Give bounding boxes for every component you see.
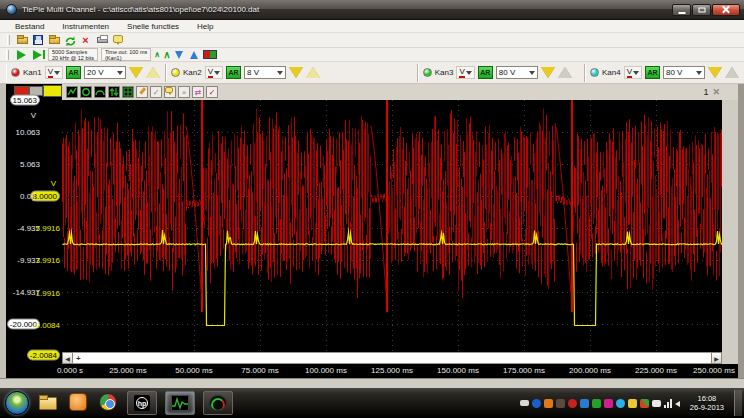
security-icon[interactable]: [556, 399, 565, 408]
sample-rate: 20 kHz @ 12 bits: [52, 55, 94, 61]
kan4-range-dropdown[interactable]: 80 V: [663, 66, 705, 79]
kan1-label: Kan1: [23, 68, 42, 77]
minimize-button[interactable]: [672, 4, 691, 16]
bluetooth-icon[interactable]: [532, 399, 541, 408]
kan1-autorange-button[interactable]: AR: [66, 66, 81, 79]
close-button[interactable]: [712, 4, 740, 16]
y-axis-tick[interactable]: ∫: [33, 192, 35, 201]
network-icon[interactable]: [664, 399, 672, 408]
language-flag-icon[interactable]: [652, 400, 661, 407]
app-icon: [6, 4, 17, 15]
print-icon[interactable]: [96, 34, 109, 46]
chrome-icon[interactable]: [99, 393, 119, 413]
menu-snelle-functies[interactable]: Snelle functies: [118, 22, 188, 31]
zoom-fit-icon[interactable]: [66, 86, 78, 98]
kan2-led[interactable]: [171, 68, 180, 77]
split-screen-icon[interactable]: [203, 50, 217, 59]
kan4-range-down-button[interactable]: [708, 67, 722, 78]
kan4-led[interactable]: [590, 68, 599, 77]
sync-icon[interactable]: [592, 399, 601, 408]
grid-icon[interactable]: [122, 86, 134, 98]
kan3-autorange-button[interactable]: AR: [478, 66, 493, 79]
kan2-range-down-button[interactable]: [289, 67, 303, 78]
tiepie-scope-app-tile[interactable]: [165, 391, 195, 415]
maximize-button[interactable]: [692, 4, 711, 16]
keyboard-icon[interactable]: [520, 400, 529, 406]
system-tray: [520, 399, 680, 408]
kan3-range-down-button[interactable]: [541, 67, 555, 78]
autoscale-icon[interactable]: [94, 86, 106, 98]
hp-app-tile[interactable]: hp: [127, 391, 157, 415]
soft-trigger-rising-icon[interactable]: ∧: [154, 50, 160, 60]
menu-bestand[interactable]: Bestand: [6, 22, 53, 31]
axis-range-bubble[interactable]: 15.063: [10, 95, 40, 106]
kan2-autorange-button[interactable]: AR: [226, 66, 241, 79]
menu-help[interactable]: Help: [188, 22, 222, 31]
waveform-canvas[interactable]: [62, 100, 722, 352]
kan3-measure-dropdown[interactable]: V: [456, 66, 474, 79]
oscilloscope-plot[interactable]: [62, 100, 722, 352]
x-axis-tick: 25.000 ms: [109, 366, 146, 375]
oneshot-measurement-button[interactable]: [31, 50, 45, 60]
y-axis-tick: 1.9916: [36, 288, 60, 297]
menu-instrumenten[interactable]: Instrumenten: [53, 22, 118, 31]
kan2-measure-dropdown[interactable]: V: [205, 66, 223, 79]
kan3-range-up-button[interactable]: [558, 67, 572, 78]
horizontal-scrollbar[interactable]: ◀ + ▶: [62, 352, 722, 364]
taskbar-clock[interactable]: 16:08 26-9-2013: [690, 394, 724, 412]
kan4-autorange-button[interactable]: AR: [645, 66, 660, 79]
undo-zoom-icon[interactable]: [80, 86, 92, 98]
kan3-range-dropdown[interactable]: 80 V: [496, 66, 538, 79]
pen-icon[interactable]: [136, 86, 148, 98]
kan1-range-down-button[interactable]: [129, 67, 143, 78]
move-up-icon[interactable]: [188, 49, 200, 61]
explorer-icon[interactable]: [39, 393, 59, 413]
windows-live-icon[interactable]: [640, 399, 649, 408]
kan1-measure-dropdown[interactable]: V: [45, 66, 63, 79]
chevron-down-icon: [54, 71, 60, 75]
comment-icon[interactable]: [112, 34, 125, 46]
open-file-icon[interactable]: [16, 34, 29, 46]
tmobile-icon[interactable]: [604, 399, 613, 408]
axis-range-bubble[interactable]: -2.0084: [27, 350, 60, 361]
scroll-right-button[interactable]: ▶: [711, 352, 722, 364]
save-icon[interactable]: [32, 34, 45, 46]
comment-bubble-icon[interactable]: [164, 86, 176, 98]
show-desktop-button[interactable]: [734, 390, 742, 416]
scroll-left-button[interactable]: ◀: [62, 352, 73, 364]
channel-group-kan4: Kan4 V AR 80 V: [584, 64, 744, 82]
chevron-down-icon: [466, 71, 472, 75]
kan1-led[interactable]: [11, 68, 20, 77]
diagnostic-app-tile[interactable]: [203, 391, 233, 415]
scale-up-down-icon[interactable]: [108, 86, 120, 98]
replace-icon[interactable]: ⇄: [192, 86, 204, 98]
graph-tab-number[interactable]: 1: [703, 87, 708, 97]
graph-close-icon[interactable]: ✕: [712, 87, 720, 97]
soft-trigger-falling-icon[interactable]: ∧: [163, 50, 170, 60]
refresh-icon[interactable]: [64, 34, 77, 46]
start-measurement-button[interactable]: [15, 50, 28, 60]
move-down-icon[interactable]: [173, 49, 185, 61]
apply-check-icon[interactable]: ✓: [206, 86, 218, 98]
checkbox-icon[interactable]: ✓: [150, 86, 162, 98]
chat-icon[interactable]: [628, 399, 637, 408]
x-axis-tick: 150.000 ms: [437, 366, 479, 375]
messenger-icon[interactable]: [580, 399, 589, 408]
kan4-measure-dropdown[interactable]: V: [624, 66, 642, 79]
kan2-range-dropdown[interactable]: 8 V: [244, 66, 286, 79]
kan1-range-up-button[interactable]: [146, 67, 160, 78]
kan2-range-up-button[interactable]: [306, 67, 320, 78]
kan3-led[interactable]: [423, 68, 432, 77]
media-player-icon[interactable]: [69, 393, 89, 413]
kan1-range-dropdown[interactable]: 20 V: [84, 66, 126, 79]
updater-icon[interactable]: [544, 399, 553, 408]
y-axis-labels: 15.06310.0635.0630.063-4.937-9.937-14.93…: [6, 84, 62, 378]
password-agent-icon[interactable]: [568, 399, 577, 408]
scrollbar-thumb[interactable]: +: [73, 352, 711, 364]
volume-icon[interactable]: [675, 401, 680, 407]
folder-icon[interactable]: [48, 34, 61, 46]
start-button[interactable]: [5, 391, 29, 415]
delete-icon[interactable]: ×: [80, 34, 93, 46]
kan4-range-up-button[interactable]: [725, 67, 739, 78]
skype-icon[interactable]: [616, 399, 625, 408]
